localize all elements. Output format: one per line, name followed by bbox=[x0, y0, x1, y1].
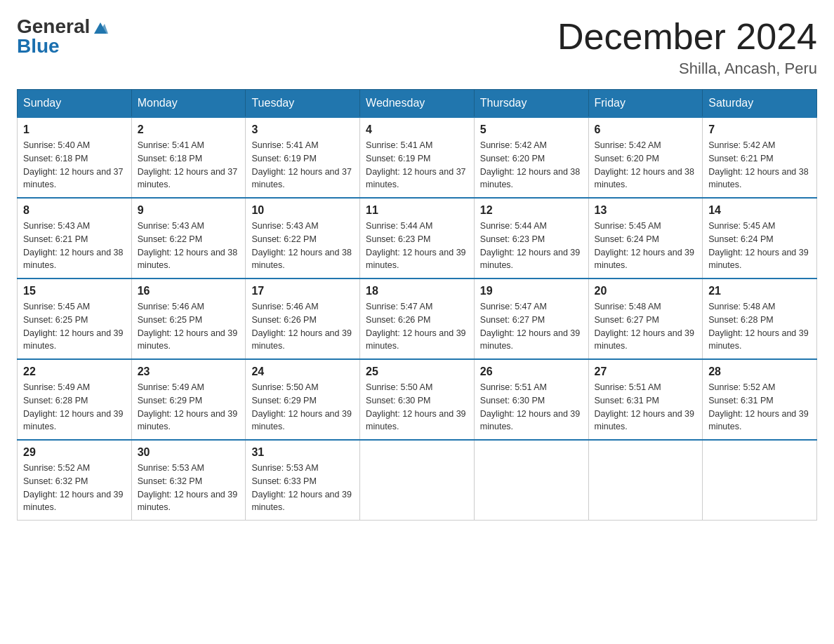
day-info: Sunrise: 5:50 AMSunset: 6:30 PMDaylight:… bbox=[366, 381, 468, 434]
day-info: Sunrise: 5:52 AMSunset: 6:32 PMDaylight:… bbox=[23, 462, 126, 514]
day-number: 10 bbox=[251, 204, 354, 217]
day-header-monday: Monday bbox=[131, 90, 246, 118]
day-info: Sunrise: 5:47 AMSunset: 6:26 PMDaylight:… bbox=[366, 300, 468, 353]
day-number: 24 bbox=[251, 365, 354, 378]
day-cell: 22 Sunrise: 5:49 AMSunset: 6:28 PMDaylig… bbox=[18, 359, 132, 440]
day-info: Sunrise: 5:44 AMSunset: 6:23 PMDaylight:… bbox=[480, 220, 583, 272]
week-row-3: 15 Sunrise: 5:45 AMSunset: 6:25 PMDaylig… bbox=[18, 279, 817, 359]
day-number: 30 bbox=[138, 446, 240, 459]
day-info: Sunrise: 5:43 AMSunset: 6:22 PMDaylight:… bbox=[138, 220, 240, 272]
day-cell: 2 Sunrise: 5:41 AMSunset: 6:18 PMDayligh… bbox=[131, 117, 246, 198]
day-cell: 24 Sunrise: 5:50 AMSunset: 6:29 PMDaylig… bbox=[246, 359, 360, 440]
day-cell: 16 Sunrise: 5:46 AMSunset: 6:25 PMDaylig… bbox=[131, 279, 246, 359]
day-number: 29 bbox=[23, 446, 126, 459]
day-cell: 14 Sunrise: 5:45 AMSunset: 6:24 PMDaylig… bbox=[703, 198, 817, 279]
week-row-2: 8 Sunrise: 5:43 AMSunset: 6:21 PMDayligh… bbox=[18, 198, 817, 279]
day-info: Sunrise: 5:49 AMSunset: 6:29 PMDaylight:… bbox=[138, 381, 240, 434]
day-info: Sunrise: 5:42 AMSunset: 6:21 PMDaylight:… bbox=[708, 139, 811, 192]
day-cell: 25 Sunrise: 5:50 AMSunset: 6:30 PMDaylig… bbox=[360, 359, 475, 440]
day-info: Sunrise: 5:51 AMSunset: 6:31 PMDaylight:… bbox=[595, 381, 697, 434]
day-number: 15 bbox=[23, 285, 126, 297]
day-number: 21 bbox=[708, 285, 811, 297]
day-info: Sunrise: 5:45 AMSunset: 6:24 PMDaylight:… bbox=[595, 220, 697, 272]
day-cell: 18 Sunrise: 5:47 AMSunset: 6:26 PMDaylig… bbox=[360, 279, 475, 359]
day-cell bbox=[360, 440, 475, 521]
day-number: 4 bbox=[366, 123, 468, 136]
day-cell: 7 Sunrise: 5:42 AMSunset: 6:21 PMDayligh… bbox=[703, 117, 817, 198]
day-cell: 8 Sunrise: 5:43 AMSunset: 6:21 PMDayligh… bbox=[18, 198, 132, 279]
day-info: Sunrise: 5:53 AMSunset: 6:32 PMDaylight:… bbox=[138, 462, 240, 514]
day-cell: 12 Sunrise: 5:44 AMSunset: 6:23 PMDaylig… bbox=[474, 198, 588, 279]
day-info: Sunrise: 5:45 AMSunset: 6:25 PMDaylight:… bbox=[23, 300, 126, 353]
day-info: Sunrise: 5:42 AMSunset: 6:20 PMDaylight:… bbox=[480, 139, 583, 192]
day-cell: 27 Sunrise: 5:51 AMSunset: 6:31 PMDaylig… bbox=[588, 359, 703, 440]
day-number: 8 bbox=[23, 204, 126, 217]
day-info: Sunrise: 5:48 AMSunset: 6:28 PMDaylight:… bbox=[708, 300, 811, 353]
day-number: 11 bbox=[366, 204, 468, 217]
day-number: 1 bbox=[23, 123, 126, 136]
day-number: 16 bbox=[138, 285, 240, 297]
day-number: 23 bbox=[138, 365, 240, 378]
calendar-table: SundayMondayTuesdayWednesdayThursdayFrid… bbox=[17, 89, 817, 521]
day-cell: 23 Sunrise: 5:49 AMSunset: 6:29 PMDaylig… bbox=[131, 359, 246, 440]
day-number: 7 bbox=[708, 123, 811, 136]
title-section: December 2024 Shilla, Ancash, Peru bbox=[557, 17, 817, 78]
day-info: Sunrise: 5:53 AMSunset: 6:33 PMDaylight:… bbox=[251, 462, 354, 514]
week-row-4: 22 Sunrise: 5:49 AMSunset: 6:28 PMDaylig… bbox=[18, 359, 817, 440]
day-info: Sunrise: 5:41 AMSunset: 6:18 PMDaylight:… bbox=[138, 139, 240, 192]
day-number: 3 bbox=[251, 123, 354, 136]
month-title: December 2024 bbox=[557, 17, 817, 57]
day-cell: 5 Sunrise: 5:42 AMSunset: 6:20 PMDayligh… bbox=[474, 117, 588, 198]
day-info: Sunrise: 5:49 AMSunset: 6:28 PMDaylight:… bbox=[23, 381, 126, 434]
day-info: Sunrise: 5:40 AMSunset: 6:18 PMDaylight:… bbox=[23, 139, 126, 192]
day-info: Sunrise: 5:50 AMSunset: 6:29 PMDaylight:… bbox=[251, 381, 354, 434]
day-cell: 30 Sunrise: 5:53 AMSunset: 6:32 PMDaylig… bbox=[131, 440, 246, 521]
day-cell: 29 Sunrise: 5:52 AMSunset: 6:32 PMDaylig… bbox=[18, 440, 132, 521]
day-info: Sunrise: 5:52 AMSunset: 6:31 PMDaylight:… bbox=[708, 381, 811, 434]
day-info: Sunrise: 5:48 AMSunset: 6:27 PMDaylight:… bbox=[595, 300, 697, 353]
day-number: 18 bbox=[366, 285, 468, 297]
day-cell: 3 Sunrise: 5:41 AMSunset: 6:19 PMDayligh… bbox=[246, 117, 360, 198]
day-number: 14 bbox=[708, 204, 811, 217]
days-header-row: SundayMondayTuesdayWednesdayThursdayFrid… bbox=[18, 90, 817, 118]
day-cell: 10 Sunrise: 5:43 AMSunset: 6:22 PMDaylig… bbox=[246, 198, 360, 279]
logo-general-text: General bbox=[17, 17, 108, 36]
day-header-tuesday: Tuesday bbox=[246, 90, 360, 118]
day-cell: 26 Sunrise: 5:51 AMSunset: 6:30 PMDaylig… bbox=[474, 359, 588, 440]
day-cell bbox=[474, 440, 588, 521]
day-cell: 15 Sunrise: 5:45 AMSunset: 6:25 PMDaylig… bbox=[18, 279, 132, 359]
day-info: Sunrise: 5:41 AMSunset: 6:19 PMDaylight:… bbox=[251, 139, 354, 192]
logo: General Blue bbox=[17, 17, 108, 56]
day-header-saturday: Saturday bbox=[703, 90, 817, 118]
page-header: General Blue December 2024 Shilla, Ancas… bbox=[17, 17, 817, 78]
day-cell: 20 Sunrise: 5:48 AMSunset: 6:27 PMDaylig… bbox=[588, 279, 703, 359]
day-number: 28 bbox=[708, 365, 811, 378]
day-number: 2 bbox=[138, 123, 240, 136]
day-info: Sunrise: 5:43 AMSunset: 6:21 PMDaylight:… bbox=[23, 220, 126, 272]
day-number: 27 bbox=[595, 365, 697, 378]
day-number: 9 bbox=[138, 204, 240, 217]
day-info: Sunrise: 5:45 AMSunset: 6:24 PMDaylight:… bbox=[708, 220, 811, 272]
day-number: 13 bbox=[595, 204, 697, 217]
day-cell: 9 Sunrise: 5:43 AMSunset: 6:22 PMDayligh… bbox=[131, 198, 246, 279]
day-info: Sunrise: 5:47 AMSunset: 6:27 PMDaylight:… bbox=[480, 300, 583, 353]
day-cell: 31 Sunrise: 5:53 AMSunset: 6:33 PMDaylig… bbox=[246, 440, 360, 521]
day-info: Sunrise: 5:42 AMSunset: 6:20 PMDaylight:… bbox=[595, 139, 697, 192]
day-cell: 19 Sunrise: 5:47 AMSunset: 6:27 PMDaylig… bbox=[474, 279, 588, 359]
day-number: 26 bbox=[480, 365, 583, 378]
day-number: 6 bbox=[595, 123, 697, 136]
day-info: Sunrise: 5:51 AMSunset: 6:30 PMDaylight:… bbox=[480, 381, 583, 434]
day-number: 22 bbox=[23, 365, 126, 378]
day-cell: 6 Sunrise: 5:42 AMSunset: 6:20 PMDayligh… bbox=[588, 117, 703, 198]
day-info: Sunrise: 5:43 AMSunset: 6:22 PMDaylight:… bbox=[251, 220, 354, 272]
day-cell: 17 Sunrise: 5:46 AMSunset: 6:26 PMDaylig… bbox=[246, 279, 360, 359]
week-row-5: 29 Sunrise: 5:52 AMSunset: 6:32 PMDaylig… bbox=[18, 440, 817, 521]
day-header-thursday: Thursday bbox=[474, 90, 588, 118]
day-number: 20 bbox=[595, 285, 697, 297]
day-number: 19 bbox=[480, 285, 583, 297]
day-number: 17 bbox=[251, 285, 354, 297]
logo-blue-text: Blue bbox=[17, 36, 60, 56]
day-header-friday: Friday bbox=[588, 90, 703, 118]
day-cell: 1 Sunrise: 5:40 AMSunset: 6:18 PMDayligh… bbox=[18, 117, 132, 198]
day-info: Sunrise: 5:41 AMSunset: 6:19 PMDaylight:… bbox=[366, 139, 468, 192]
